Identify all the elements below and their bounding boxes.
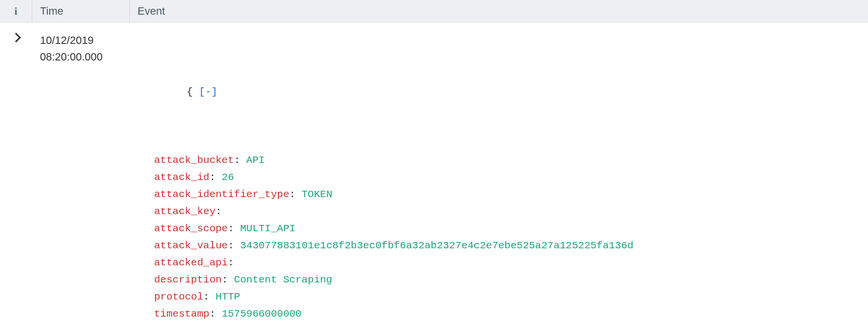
json-viewer: { [-] attack_bucket: APIattack_id: 26att… <box>138 32 868 321</box>
json-key[interactable]: attack_scope <box>154 223 228 234</box>
json-key[interactable]: attacked_api <box>154 257 228 268</box>
table-header: i Time Event <box>0 0 868 22</box>
event-time: 08:20:00.000 <box>40 49 130 65</box>
json-field-line: timestamp: 1575966000000 <box>138 305 868 321</box>
col-header-event[interactable]: Event <box>130 0 868 22</box>
chevron-right-icon <box>11 33 21 42</box>
json-key[interactable]: attack_key <box>154 206 216 217</box>
json-field-line: attack_identifier_type: TOKEN <box>138 186 868 203</box>
json-key[interactable]: protocol <box>154 291 203 302</box>
header-time-label: Time <box>40 5 63 18</box>
json-value[interactable]: HTTP <box>216 291 240 302</box>
colon: : <box>228 223 240 234</box>
colon: : <box>203 291 216 302</box>
json-key[interactable]: attack_id <box>154 172 209 183</box>
json-field-line: attack_key: <box>138 203 868 220</box>
json-value[interactable]: 343077883101e1c8f2b3ec0fbf6a32ab2327e4c2… <box>240 240 633 251</box>
col-header-time[interactable]: Time <box>32 0 130 22</box>
col-header-info[interactable]: i <box>0 0 32 22</box>
brace-open: { <box>187 86 193 98</box>
json-value[interactable]: API <box>246 155 265 166</box>
colon: : <box>209 308 221 320</box>
json-value[interactable]: Content Scraping <box>234 274 333 285</box>
colon: : <box>209 172 221 183</box>
expand-toggle[interactable] <box>0 32 32 321</box>
json-field-line: description: Content Scraping <box>138 271 868 288</box>
json-field-line: attack_scope: MULTI_API <box>138 220 868 237</box>
table-row: 10/12/2019 08:20:00.000 { [-] attack_buc… <box>0 22 868 321</box>
json-value[interactable]: TOKEN <box>301 189 332 200</box>
collapse-toggle[interactable]: [-] <box>199 86 217 98</box>
info-icon: i <box>14 5 17 18</box>
json-value[interactable]: 26 <box>222 172 234 183</box>
json-key[interactable]: timestamp <box>154 308 209 320</box>
json-key[interactable]: attack_bucket <box>154 155 234 166</box>
json-field-line: protocol: HTTP <box>138 288 868 305</box>
event-date: 10/12/2019 <box>40 32 130 49</box>
json-field-line: attack_value: 343077883101e1c8f2b3ec0fbf… <box>138 237 868 254</box>
cell-timestamp: 10/12/2019 08:20:00.000 <box>32 32 130 321</box>
json-field-line: attacked_api: <box>138 254 868 271</box>
colon: : <box>216 206 228 217</box>
colon: : <box>222 274 234 285</box>
json-key[interactable]: attack_identifier_type <box>154 189 289 200</box>
colon: : <box>228 257 240 268</box>
json-field-line: attack_bucket: API <box>138 152 868 169</box>
colon: : <box>228 240 240 251</box>
header-event-label: Event <box>138 5 165 18</box>
json-key[interactable]: attack_value <box>154 240 228 251</box>
colon: : <box>234 155 246 166</box>
json-value[interactable]: 1575966000000 <box>222 308 302 320</box>
cell-event: { [-] attack_bucket: APIattack_id: 26att… <box>130 32 868 321</box>
json-field-line: attack_id: 26 <box>138 169 868 186</box>
json-value[interactable]: MULTI_API <box>240 223 295 234</box>
colon: : <box>289 189 301 200</box>
json-key[interactable]: description <box>154 274 222 285</box>
